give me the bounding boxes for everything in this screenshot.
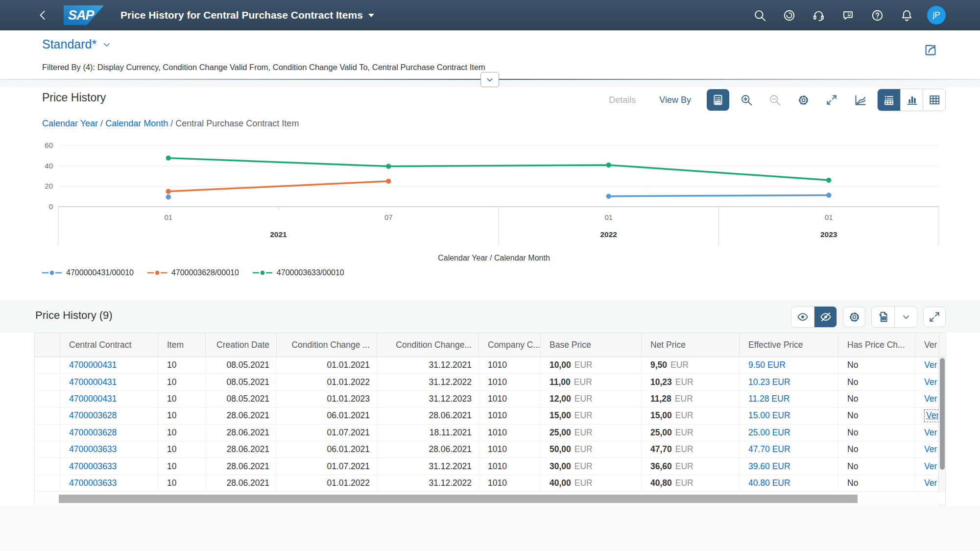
central_contract-link[interactable]: 4700000431 <box>69 394 117 404</box>
chart-table-view-icon <box>883 94 895 106</box>
effective_price-link[interactable]: 11.28 EUR <box>748 394 789 404</box>
legend-item[interactable]: 4700000431/00010 <box>42 268 134 277</box>
copilot-button[interactable] <box>780 6 798 24</box>
table-row[interactable]: 47000004311008.05.202101.01.202331.12.20… <box>35 391 945 407</box>
svg-text:40: 40 <box>45 162 53 170</box>
table-fullscreen-button[interactable] <box>923 307 946 327</box>
version-link[interactable]: Ver <box>924 444 937 455</box>
export-button[interactable] <box>872 307 894 327</box>
central_contract-link[interactable]: 4700003628 <box>69 428 117 438</box>
effective_price-link[interactable]: 47.70 EUR <box>748 444 790 455</box>
share-button[interactable] <box>923 40 942 59</box>
column-header-item[interactable]: Item <box>158 333 206 357</box>
amount-value: 11,28 <box>650 394 671 404</box>
version-link[interactable]: Ver <box>924 478 937 488</box>
column-header-base_price[interactable]: Base Price <box>541 333 642 357</box>
chart-settings-button[interactable] <box>792 89 814 111</box>
sap-logo[interactable]: SAP <box>64 5 104 25</box>
breadcrumb-calendar-year[interactable]: Calendar Year <box>42 119 98 128</box>
export-menu-button[interactable] <box>894 307 917 327</box>
cell-valid_to: 28.06.2021 <box>377 407 479 424</box>
table-view-button[interactable] <box>923 89 945 111</box>
table-row[interactable]: 47000004311008.05.202101.01.202231.12.20… <box>35 374 945 390</box>
effective_price-link[interactable]: 10.23 EUR <box>748 377 790 387</box>
zoom-in-button[interactable] <box>735 89 758 111</box>
currency-code: EUR <box>574 360 593 370</box>
version-link[interactable]: Ver <box>924 360 937 370</box>
legend-item[interactable]: 4700003628/00010 <box>147 268 239 277</box>
legend-toggle-button[interactable] <box>707 89 729 111</box>
chart-table-view-button[interactable] <box>878 89 900 111</box>
back-button[interactable] <box>35 7 51 23</box>
back-icon <box>37 9 49 22</box>
effective_price-link[interactable]: 39.60 EUR <box>748 461 790 472</box>
vertical-scrollbar[interactable] <box>938 357 945 492</box>
version-link[interactable]: Ver <box>924 461 937 472</box>
cell-net_price: 11,28EUR <box>642 391 740 407</box>
column-header-valid_to[interactable]: Condition Change... <box>377 333 479 357</box>
version-link[interactable]: Ver <box>924 394 937 404</box>
notifications-button[interactable] <box>898 6 915 24</box>
trend-chart-button[interactable] <box>849 89 871 111</box>
table-row[interactable]: 47000036281028.06.202101.07.202118.11.20… <box>35 425 945 441</box>
cell-version: Ver <box>915 357 939 373</box>
version-link[interactable]: Ver <box>924 428 937 438</box>
horizontal-scrollbar-thumb[interactable] <box>59 495 858 503</box>
hide-details-button[interactable] <box>814 307 837 327</box>
breadcrumb-calendar-month[interactable]: Calendar Month <box>105 119 168 128</box>
version-link[interactable]: Ver <box>924 377 937 387</box>
show-details-button[interactable] <box>791 307 814 327</box>
feedback-button[interactable] <box>839 6 857 24</box>
column-header-has_price_change[interactable]: Has Price Ch... <box>838 333 915 357</box>
copilot-icon <box>783 9 796 22</box>
effective_price-link[interactable]: 25.00 EUR <box>748 428 790 438</box>
column-header-central_contract[interactable]: Central Contract <box>60 333 158 357</box>
trend-chart-icon <box>854 94 867 107</box>
table-settings-button[interactable] <box>843 307 865 327</box>
central_contract-link[interactable]: 4700000431 <box>69 360 117 370</box>
cell-central_contract: 4700003633 <box>60 458 158 474</box>
zoom-out-button[interactable] <box>764 89 786 111</box>
variant-selector[interactable]: Standard* <box>42 37 111 51</box>
table-row[interactable]: 47000036281028.06.202106.01.202128.06.20… <box>35 407 945 424</box>
price-history-line-chart[interactable]: 020406001070101202120222023 <box>42 135 946 249</box>
avatar[interactable]: jP <box>927 6 946 24</box>
table-row[interactable]: 47000036331028.06.202106.01.202128.06.20… <box>35 441 945 458</box>
horizontal-scrollbar[interactable] <box>35 492 938 505</box>
legend-item[interactable]: 4700003633/00010 <box>253 268 344 277</box>
central_contract-link[interactable]: 4700000431 <box>69 377 117 387</box>
settings-gear-icon <box>797 94 810 107</box>
central_contract-link[interactable]: 4700003633 <box>69 478 117 488</box>
search-button[interactable] <box>751 6 768 24</box>
view-by-button[interactable]: View By <box>659 95 691 105</box>
table-row[interactable]: 47000036331028.06.202101.01.202231.12.20… <box>35 475 945 492</box>
app-title-menu[interactable]: Price History for Central Purchase Contr… <box>120 9 374 21</box>
chevron-down-icon <box>368 14 374 17</box>
chart-view-button[interactable] <box>900 89 923 111</box>
amount-value: 40,00 <box>550 478 571 488</box>
vertical-scrollbar-thumb[interactable] <box>940 358 945 470</box>
column-header-company_code[interactable]: Company C... <box>479 333 541 357</box>
cell-version: Ver <box>915 441 939 457</box>
central_contract-link[interactable]: 4700003628 <box>69 410 117 421</box>
central_contract-link[interactable]: 4700003633 <box>69 444 117 455</box>
column-header-net_price[interactable]: Net Price <box>642 333 740 357</box>
column-header-valid_from[interactable]: Condition Change ... <box>277 333 377 357</box>
column-header-version[interactable]: Ver <box>915 333 939 357</box>
table-row[interactable]: 47000004311008.05.202101.01.202131.12.20… <box>35 357 945 374</box>
version-link[interactable]: Ver <box>926 410 939 420</box>
central_contract-link[interactable]: 4700003633 <box>69 461 117 472</box>
effective_price-link[interactable]: 9.50 EUR <box>748 360 786 370</box>
column-header-effective_price[interactable]: Effective Price <box>740 333 838 357</box>
cell-valid_to: 31.12.2022 <box>377 374 479 390</box>
column-header-creation_date[interactable]: Creation Date <box>206 333 277 357</box>
help-button[interactable] <box>868 6 886 24</box>
table-row[interactable]: 47000036331028.06.202101.07.202131.12.20… <box>35 458 945 475</box>
collapse-header-button[interactable] <box>480 72 499 87</box>
effective_price-link[interactable]: 15.00 EUR <box>748 410 790 421</box>
effective_price-link[interactable]: 40.80 EUR <box>748 478 790 488</box>
details-button[interactable]: Details <box>609 95 636 105</box>
amount-value: 25,00 <box>650 428 672 438</box>
chart-fullscreen-button[interactable] <box>820 89 843 111</box>
support-button[interactable] <box>810 6 827 24</box>
